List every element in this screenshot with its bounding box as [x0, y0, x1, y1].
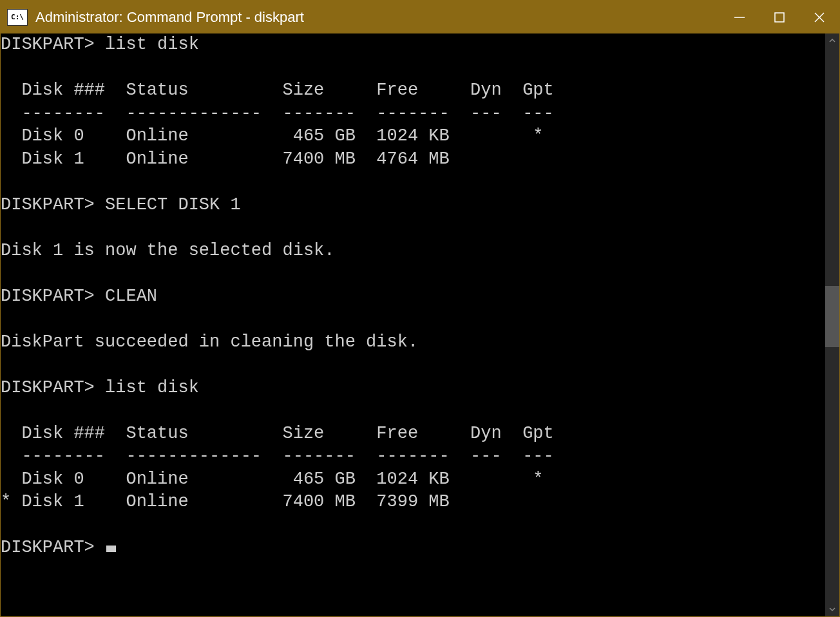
table-divider: -------- ------------- ------- ------- -…: [1, 104, 554, 123]
terminal-output-line: Disk 1 is now the selected disk.: [1, 241, 334, 260]
minimize-icon: [734, 12, 745, 23]
titlebar[interactable]: Administrator: Command Prompt - diskpart: [1, 1, 839, 33]
terminal-command: list disk: [105, 378, 199, 397]
table-row: Disk 0 Online 465 GB 1024 KB *: [1, 470, 544, 489]
terminal-prompt: DISKPART>: [1, 287, 95, 306]
terminal-command: CLEAN: [105, 287, 157, 306]
command-prompt-window: Administrator: Command Prompt - diskpart…: [0, 0, 840, 617]
terminal-prompt: DISKPART>: [1, 538, 95, 557]
minimize-button[interactable]: [720, 1, 759, 33]
table-row: Disk 1 Online 7400 MB 4764 MB: [1, 149, 450, 169]
terminal-output[interactable]: DISKPART> list disk Disk ### Status Size…: [1, 33, 825, 616]
window-title: Administrator: Command Prompt - diskpart: [35, 9, 720, 26]
scroll-thumb[interactable]: [825, 286, 839, 347]
terminal-prompt: DISKPART>: [1, 195, 95, 214]
vertical-scrollbar[interactable]: [825, 33, 839, 616]
terminal-output-line: DiskPart succeeded in cleaning the disk.: [1, 332, 418, 352]
terminal-command: list disk: [105, 35, 199, 54]
scroll-down-arrow-icon[interactable]: [825, 602, 839, 616]
close-button[interactable]: [799, 1, 839, 33]
svg-rect-1: [775, 13, 784, 22]
scroll-track[interactable]: [825, 48, 839, 602]
cursor: [106, 546, 116, 552]
close-icon: [814, 12, 825, 23]
table-divider: -------- ------------- ------- ------- -…: [1, 446, 554, 466]
cmd-icon: [7, 9, 28, 26]
terminal-prompt: DISKPART>: [1, 35, 95, 54]
terminal-command: SELECT DISK 1: [105, 195, 241, 214]
client-area: DISKPART> list disk Disk ### Status Size…: [1, 33, 839, 616]
table-row: Disk 0 Online 465 GB 1024 KB *: [1, 126, 544, 146]
table-header: Disk ### Status Size Free Dyn Gpt: [1, 81, 554, 100]
maximize-button[interactable]: [759, 1, 799, 33]
terminal-prompt: DISKPART>: [1, 378, 95, 397]
maximize-icon: [774, 12, 785, 23]
window-controls: [720, 1, 839, 33]
table-header: Disk ### Status Size Free Dyn Gpt: [1, 424, 554, 443]
table-row: * Disk 1 Online 7400 MB 7399 MB: [1, 492, 450, 511]
scroll-up-arrow-icon[interactable]: [825, 33, 839, 48]
